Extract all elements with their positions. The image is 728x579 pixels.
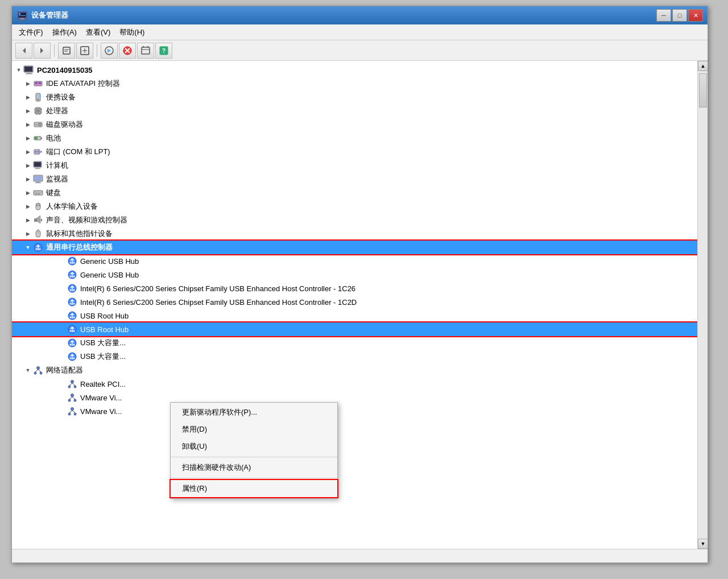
expand-icon-ide[interactable]: ▶	[23, 79, 32, 88]
window-controls: ─ □ ✕	[656, 9, 703, 22]
menu-file[interactable]: 文件(F)	[14, 26, 48, 39]
tree-usb-controller[interactable]: ▼ 通用串行总线控制器	[12, 241, 697, 254]
svg-point-93	[73, 317, 75, 319]
help-button[interactable]: ?	[155, 43, 172, 59]
hid-label: 人体学输入设备	[46, 201, 98, 212]
vertical-scrollbar[interactable]: ▲ ▼	[697, 61, 708, 549]
tree-network[interactable]: ▼ 网络适配器	[12, 363, 697, 377]
svg-point-77	[36, 249, 38, 250]
svg-rect-60	[35, 183, 41, 183]
keyboard-label: 键盘	[46, 188, 61, 198]
ctx-disable[interactable]: 禁用(D)	[171, 421, 337, 438]
svg-rect-16	[142, 47, 150, 54]
svg-text:?: ?	[162, 48, 166, 54]
svg-point-78	[39, 249, 41, 250]
tree-usb-mass-1[interactable]: ▶ USB 大容量...	[12, 336, 697, 350]
svg-rect-28	[39, 82, 41, 84]
scroll-thumb[interactable]	[699, 73, 707, 107]
scroll-down-button[interactable]: ▼	[698, 539, 708, 549]
tree-root[interactable]: ▼ PC20140915035	[12, 63, 697, 77]
ctx-update-driver[interactable]: 更新驱动程序软件(P)...	[171, 404, 337, 421]
menu-help[interactable]: 帮助(H)	[115, 26, 149, 39]
ghub1-label: Generic USB Hub	[80, 257, 139, 266]
tree-usb-root-1[interactable]: ▶ USB Root Hub	[12, 309, 697, 322]
toggle-expand-button[interactable]	[76, 43, 93, 59]
tree-intel-usb-1c26[interactable]: ▶ Intel(R) 6 Series/C200 Series Chipset …	[12, 282, 697, 295]
svg-point-90	[73, 303, 75, 305]
tree-vmware-1[interactable]: ▶ VMware Vi...	[12, 391, 697, 404]
expand-icon-port[interactable]: ▶	[23, 147, 32, 156]
scroll-track[interactable]	[698, 71, 708, 539]
expand-icon-processor[interactable]: ▶	[23, 106, 32, 115]
tree-intel-usb-1c2d[interactable]: ▶ Intel(R) 6 Series/C200 Series Chipset …	[12, 295, 697, 309]
intel-usb1-label: Intel(R) 6 Series/C200 Series Chipset Fa…	[80, 284, 355, 293]
tree-hid[interactable]: ▶ 人体学输入设备	[12, 200, 697, 213]
tree-usb-mass-2[interactable]: ▶ USB 大容量...	[12, 350, 697, 363]
expand-icon-mouse[interactable]: ▶	[23, 229, 32, 238]
svg-point-98	[70, 344, 72, 346]
expand-icon-sound[interactable]: ▶	[23, 216, 32, 225]
ctx-properties[interactable]: 属性(R)	[171, 480, 337, 497]
tree-disk[interactable]: ▶ 磁盘驱动器	[12, 118, 697, 131]
tree-keyboard[interactable]: ▶ 键盘	[12, 186, 697, 200]
ctx-scan-hardware[interactable]: 扫描检测硬件改动(A)	[171, 459, 337, 476]
svg-point-92	[70, 317, 72, 319]
expand-icon-network[interactable]: ▼	[23, 366, 32, 375]
tree-generic-hub-2[interactable]: ▶ Generic USB Hub	[12, 268, 697, 282]
expand-icon-hid[interactable]: ▶	[23, 202, 32, 211]
expand-icon-root[interactable]: ▼	[14, 65, 23, 75]
properties-button[interactable]	[58, 43, 75, 59]
device-tree[interactable]: ▼ PC20140915035 ▶	[12, 61, 697, 549]
close-button[interactable]: ✕	[688, 9, 703, 22]
expand-icon-keyboard[interactable]: ▶	[23, 188, 32, 197]
tree-ide[interactable]: ▶ IDE ATA/ATAPI 控制器	[12, 77, 697, 90]
svg-rect-64	[38, 192, 39, 193]
tree-processor[interactable]: ▶ 处理器	[12, 104, 697, 118]
expand-icon-battery[interactable]: ▶	[23, 134, 32, 143]
ctx-uninstall[interactable]: 卸载(U)	[171, 438, 337, 455]
tree-usb-root-2[interactable]: ▶ USB Root Hub	[12, 322, 697, 336]
forward-button[interactable]	[34, 43, 51, 59]
tree-sound[interactable]: ▶ 声音、视频和游戏控制器	[12, 213, 697, 227]
svg-line-117	[72, 397, 75, 400]
svg-rect-59	[36, 181, 40, 183]
svg-rect-56	[35, 168, 40, 169]
tree-vmware-2[interactable]: ▶ VMware Vi...	[12, 404, 697, 418]
tree-port[interactable]: ▶ 端口 (COM 和 LPT)	[12, 145, 697, 159]
expand-icon-disk[interactable]: ▶	[23, 120, 32, 129]
tree-battery[interactable]: ▶ 电池	[12, 131, 697, 145]
svg-point-69	[36, 205, 38, 206]
tree-realtek[interactable]: ▶ Realtek PCI...	[12, 377, 697, 391]
back-button[interactable]	[15, 43, 32, 59]
svg-point-84	[73, 276, 75, 278]
maximize-button[interactable]: □	[672, 9, 687, 22]
menu-action[interactable]: 操作(A)	[48, 26, 81, 39]
context-menu: 更新驱动程序软件(P)... 禁用(D) 卸载(U) 扫描检测硬件改动(A) 属…	[170, 402, 338, 499]
expand-icon-monitor[interactable]: ▶	[23, 175, 32, 184]
scroll-up-button[interactable]: ▲	[698, 61, 708, 71]
svg-rect-33	[36, 109, 40, 113]
menu-view[interactable]: 查看(V)	[81, 26, 115, 39]
expand-icon-usb[interactable]: ▼	[23, 243, 32, 252]
minimize-button[interactable]: ─	[656, 9, 671, 22]
svg-point-104	[34, 372, 36, 374]
expand-icon-portable[interactable]: ▶	[23, 93, 32, 102]
svg-point-86	[70, 290, 72, 291]
tree-computer[interactable]: ▶ 计算机	[12, 159, 697, 172]
tree-portable[interactable]: ▶ 便携设备	[12, 90, 697, 104]
tree-mouse[interactable]: ▶ 鼠标和其他指针设备	[12, 227, 697, 241]
svg-point-118	[71, 408, 74, 411]
scan-hardware-button[interactable]	[137, 43, 154, 59]
port-label: 端口 (COM 和 LPT)	[46, 147, 110, 157]
computer-label: 计算机	[46, 160, 68, 171]
svg-rect-72	[34, 218, 37, 222]
device-manager-window: 设备管理器 ─ □ ✕ 文件(F) 操作(A) 查看(V) 帮助(H)	[11, 6, 708, 563]
usb-mass2-icon	[67, 351, 78, 362]
tree-monitor[interactable]: ▶ 监视器	[12, 172, 697, 186]
tree-generic-hub-1[interactable]: ▶ Generic USB Hub	[12, 254, 697, 268]
expand-icon-computer[interactable]: ▶	[23, 161, 32, 170]
svg-rect-61	[34, 191, 43, 195]
vmware1-icon	[67, 392, 78, 403]
uninstall-button[interactable]	[119, 43, 136, 59]
update-driver-button[interactable]	[101, 43, 118, 59]
